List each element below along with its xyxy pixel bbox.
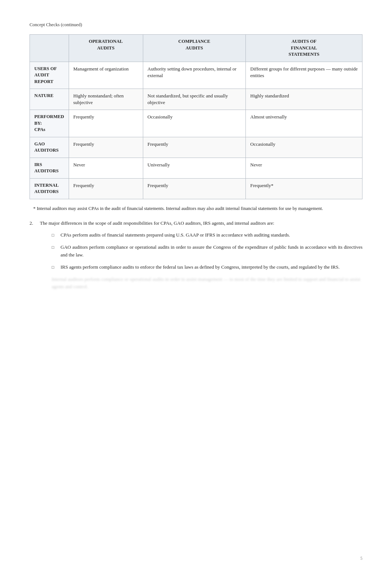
cell-internal-financial: Frequently* <box>246 178 362 199</box>
table-row: PERFORMEDBY:CPAs Frequently Occasionally… <box>30 110 362 137</box>
bullet-gao: GAO auditors perform compliance or opera… <box>61 244 362 259</box>
cell-gao-compliance: Frequently <box>143 137 246 158</box>
bullet-cpas: CPAs perform audits of financial stateme… <box>61 231 290 239</box>
question-2-bullets: CPAs perform audits of financial stateme… <box>52 231 362 271</box>
audit-comparison-table: OPERATIONALAUDITS COMPLIANCEAUDITS AUDIT… <box>30 34 362 199</box>
cell-cpas-operational: Frequently <box>69 110 143 137</box>
cell-users-compliance: Authority setting down procedures, inter… <box>143 62 246 89</box>
question-2-header: 2. The major differences in the scope of… <box>30 220 362 227</box>
row-label-cpas: PERFORMEDBY:CPAs <box>30 110 69 137</box>
cell-nature-operational: Highly nonstandard; often subjective <box>69 89 143 110</box>
cell-users-operational: Management of organization <box>69 62 143 89</box>
question-2-block: 2. The major differences in the scope of… <box>30 220 362 291</box>
footnote-text: * Internal auditors may assist CPAs in t… <box>30 205 362 212</box>
cell-internal-operational: Frequently <box>69 178 143 199</box>
cell-internal-compliance: Frequently <box>143 178 246 199</box>
list-item: IRS agents perform compliance audits to … <box>52 263 362 271</box>
cell-nature-financial: Highly standardized <box>246 89 362 110</box>
page-number: 5 <box>360 556 362 561</box>
row-label-users: USERS OFAUDITREPORT <box>30 62 69 89</box>
col-header-empty <box>30 35 69 62</box>
cell-irs-operational: Never <box>69 158 143 178</box>
table-row: NATURE Highly nonstandard; often subject… <box>30 89 362 110</box>
col-header-compliance: COMPLIANCEAUDITS <box>143 35 246 62</box>
list-item: GAO auditors perform compliance or opera… <box>52 244 362 259</box>
cell-nature-compliance: Not standardized, but specific and usual… <box>143 89 246 110</box>
question-number-label: 2. <box>30 220 37 227</box>
cell-gao-operational: Frequently <box>69 137 143 158</box>
row-label-nature: NATURE <box>30 89 69 110</box>
blurred-paragraph: Internal auditors perform compliance or … <box>52 276 362 291</box>
table-row: GAOAUDITORS Frequently Frequently Occasi… <box>30 137 362 158</box>
row-label-internal: INTERNALAUDITORS <box>30 178 69 199</box>
cell-cpas-financial: Almost universally <box>246 110 362 137</box>
col-header-financial: AUDITS OFFINANCIALSTATEMENTS <box>246 35 362 62</box>
cell-irs-compliance: Universally <box>143 158 246 178</box>
list-item: CPAs perform audits of financial stateme… <box>52 231 362 239</box>
question-2-text: The major differences in the scope of au… <box>40 220 274 227</box>
row-label-irs: IRSAUDITORS <box>30 158 69 178</box>
cell-users-financial: Different groups for different purposes … <box>246 62 362 89</box>
cell-irs-financial: Never <box>246 158 362 178</box>
cell-cpas-compliance: Occasionally <box>143 110 246 137</box>
bullet-irs: IRS agents perform compliance audits to … <box>61 263 340 271</box>
page-title: Concept Checks (continued) <box>30 22 362 28</box>
row-label-gao: GAOAUDITORS <box>30 137 69 158</box>
col-header-operational: OPERATIONALAUDITS <box>69 35 143 62</box>
cell-gao-financial: Occasionally <box>246 137 362 158</box>
table-row: IRSAUDITORS Never Universally Never <box>30 158 362 178</box>
table-row: USERS OFAUDITREPORT Management of organi… <box>30 62 362 89</box>
table-row: INTERNALAUDITORS Frequently Frequently F… <box>30 178 362 199</box>
